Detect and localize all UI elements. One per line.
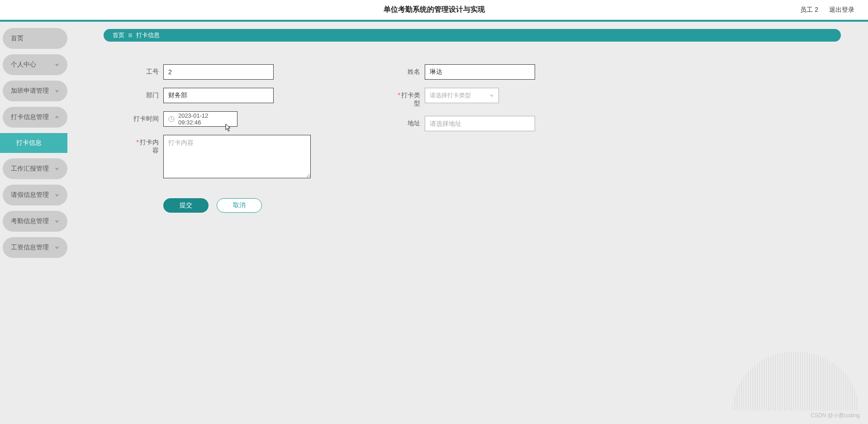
sidebar-item-label: 考勤信息管理 — [11, 217, 49, 225]
sidebar-item-label: 首页 — [11, 34, 24, 43]
label-dakaleixing: *打卡类型 — [392, 88, 420, 108]
input-dakashijian[interactable]: 2023-01-12 09:32:46 — [163, 111, 237, 127]
chevron-down-icon — [55, 193, 59, 197]
submit-button[interactable]: 提交 — [163, 198, 209, 213]
form-row-gonghao: 工号 — [131, 64, 311, 80]
input-gonghao[interactable] — [163, 64, 274, 80]
datetime-value: 2023-01-12 09:32:46 — [178, 112, 232, 126]
sidebar-item-label: 加班申请管理 — [11, 87, 49, 95]
app-title: 单位考勤系统的管理设计与实现 — [384, 5, 485, 14]
sidebar-item-report[interactable]: 工作汇报管理 — [3, 158, 67, 179]
sidebar-subitem-checkin[interactable]: 打卡信息 — [0, 133, 67, 153]
label-xingming: 姓名 — [392, 64, 420, 76]
header-right: 员工 2 退出登录 — [800, 0, 854, 20]
breadcrumb-separator-icon — [128, 33, 133, 38]
sidebar-item-label: 工作汇报管理 — [11, 165, 49, 173]
form-row-dakashijian: 打卡时间 2023-01-12 09:32:46 — [131, 111, 311, 127]
clock-icon — [168, 116, 175, 122]
form-area: 工号 部门 打卡时间 2023-01-12 09:32:46 — [104, 64, 841, 213]
chevron-down-icon — [55, 219, 59, 224]
chevron-down-icon — [55, 62, 59, 67]
input-dizhi[interactable] — [425, 116, 535, 131]
chevron-down-icon — [55, 89, 59, 93]
form-row-dakaleixing: *打卡类型 请选择打卡类型 — [392, 88, 535, 108]
form-row-dakaneirong: *打卡内容 — [131, 135, 311, 178]
breadcrumb-home[interactable]: 首页 — [113, 31, 124, 39]
sidebar-item-personal[interactable]: 个人中心 — [3, 54, 67, 75]
sidebar-item-attendance[interactable]: 考勤信息管理 — [3, 211, 67, 232]
breadcrumb-current: 打卡信息 — [136, 31, 160, 39]
sidebar: 首页 个人中心 加班申请管理 打卡信息管理 打卡信息 工作汇报 — [0, 22, 70, 424]
input-bumen[interactable] — [163, 88, 274, 103]
sidebar-subitem-label: 打卡信息 — [16, 139, 42, 147]
sidebar-item-leave[interactable]: 请假信息管理 — [3, 185, 67, 205]
form-column-left: 工号 部门 打卡时间 2023-01-12 09:32:46 — [131, 64, 311, 213]
form-row-dizhi: 地址 — [392, 116, 535, 131]
label-dizhi: 地址 — [392, 116, 420, 128]
label-dakaneirong: *打卡内容 — [131, 135, 159, 155]
select-dakaleixing[interactable]: 请选择打卡类型 — [425, 88, 499, 103]
chevron-up-icon — [55, 115, 59, 119]
sidebar-item-checkin-mgmt[interactable]: 打卡信息管理 — [3, 107, 67, 128]
sidebar-item-salary[interactable]: 工资信息管理 — [3, 237, 67, 258]
sidebar-item-label: 工资信息管理 — [11, 243, 49, 252]
form-column-right: 姓名 *打卡类型 请选择打卡类型 地址 — [392, 64, 535, 213]
current-user[interactable]: 员工 2 — [800, 6, 818, 14]
sidebar-item-label: 打卡信息管理 — [11, 113, 49, 121]
label-dakashijian: 打卡时间 — [131, 111, 159, 123]
header: 单位考勤系统的管理设计与实现 员工 2 退出登录 — [0, 0, 868, 20]
label-gonghao: 工号 — [131, 64, 159, 76]
sidebar-item-overtime[interactable]: 加班申请管理 — [3, 81, 67, 101]
cancel-button[interactable]: 取消 — [217, 198, 262, 213]
breadcrumb: 首页 打卡信息 — [104, 29, 841, 42]
form-row-xingming: 姓名 — [392, 64, 535, 80]
sidebar-item-home[interactable]: 首页 — [3, 28, 67, 49]
form-row-bumen: 部门 — [131, 88, 311, 103]
sidebar-item-label: 个人中心 — [11, 61, 36, 69]
button-row: 提交 取消 — [163, 198, 311, 213]
select-placeholder: 请选择打卡类型 — [430, 91, 471, 100]
chevron-down-icon — [489, 93, 494, 98]
input-xingming[interactable] — [425, 64, 535, 80]
chevron-down-icon — [55, 245, 59, 250]
sidebar-item-label: 请假信息管理 — [11, 191, 49, 199]
textarea-dakaneirong[interactable] — [163, 135, 311, 178]
logout-link[interactable]: 退出登录 — [829, 6, 854, 14]
chevron-down-icon — [55, 167, 59, 171]
label-bumen: 部门 — [131, 88, 159, 100]
main-container: 首页 个人中心 加班申请管理 打卡信息管理 打卡信息 工作汇报 — [0, 22, 868, 424]
main-content: 首页 打卡信息 工号 部门 打卡时间 — [70, 22, 868, 424]
